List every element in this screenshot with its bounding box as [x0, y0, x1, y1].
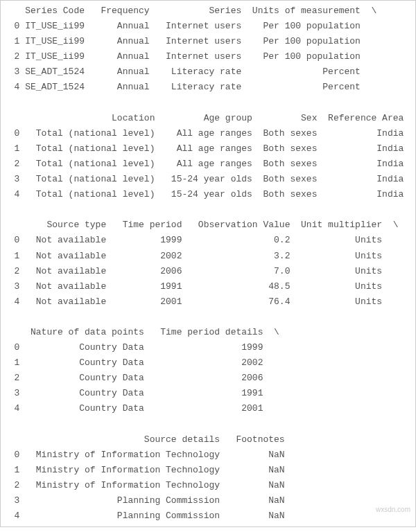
- watermark: wxsdn.com: [376, 506, 410, 513]
- dataframe-output: Series Code Frequency Series Units of me…: [3, 3, 413, 524]
